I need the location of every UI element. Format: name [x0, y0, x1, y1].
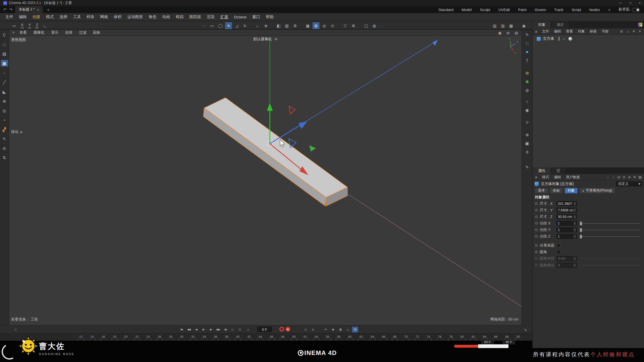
prev-frame-button[interactable]: ◀ [193, 327, 199, 333]
lock-axis-button[interactable]: ⊘ [1, 145, 8, 151]
attribute-menu-item[interactable]: 编辑 [552, 175, 564, 180]
autokey-button[interactable]: A [286, 327, 291, 332]
viewport-menu-item[interactable]: 查看 [16, 30, 30, 35]
quantize-button[interactable]: ◎ [321, 22, 328, 29]
value-field[interactable]: 30.93 cm▴▾ [556, 214, 577, 219]
menu-item[interactable]: 运动图形 [125, 14, 146, 20]
material-ball-button[interactable]: ◉ [520, 22, 528, 29]
attribute-manager-tab[interactable]: 层 [551, 167, 566, 174]
preset-dropdown[interactable]: 自定义 ▾ [616, 182, 642, 187]
menu-item[interactable]: 模拟 [173, 14, 186, 20]
home-icon[interactable]: ⌂ [625, 29, 630, 34]
object-manager-tab[interactable]: 对象 [533, 21, 551, 28]
move-tool-button[interactable]: ✛ [225, 22, 232, 29]
spline-circle-button[interactable]: ○ [524, 98, 531, 105]
menu-item[interactable]: 跟踪器 [186, 14, 204, 20]
viewport-canvas[interactable]: Y Z X 透视视图 默认摄像机 ⇄ 移动 ✛ 查看变换： 工程 网格间距 : … [9, 36, 522, 325]
record-parameters-button[interactable]: ◎ [310, 327, 316, 333]
viewport-solo-button[interactable]: ◎ [1, 107, 8, 114]
layout-tab[interactable]: Paint [518, 8, 527, 12]
snap-frame-button[interactable]: ⊞ [352, 327, 358, 333]
attribute-menu-item[interactable]: 模式 [540, 175, 551, 180]
axis-lock-button[interactable]: ∟ [254, 22, 261, 29]
object-manager-menu-item[interactable]: 书签 [599, 29, 611, 34]
texture-mode-button[interactable]: ▧ [1, 51, 8, 57]
modeling-axis-button[interactable]: ⊙ [329, 22, 336, 29]
workplane-lock-button[interactable]: ∟ [42, 22, 49, 29]
layout-tab[interactable]: Track [554, 8, 563, 12]
slider[interactable] [580, 236, 641, 237]
timeline-window-button[interactable]: ▦ [337, 327, 343, 333]
slider[interactable] [580, 265, 641, 266]
keyframe-dot-icon[interactable] [535, 229, 538, 231]
texture-paint-button[interactable]: ▞ [1, 126, 8, 132]
play-button[interactable]: ▶ [200, 327, 207, 333]
viewport-menu-item[interactable]: 过滤 [76, 30, 90, 35]
object-manager-menu-item[interactable]: 编辑 [552, 29, 564, 34]
search-icon[interactable]: ◎ [617, 175, 621, 180]
object-manager-tab[interactable]: 场次 [551, 21, 570, 28]
object-manager-menu-item[interactable]: 对象 [575, 29, 587, 34]
keyframe-dot-icon[interactable] [535, 209, 538, 211]
point-mode-button[interactable]: ∴ [1, 69, 8, 76]
keyframe-dot-icon[interactable] [535, 251, 538, 253]
coordinate-system-button[interactable]: ⊕ [262, 22, 269, 29]
go-start-button[interactable]: |◀ [178, 327, 184, 333]
snap-enable-button[interactable]: ▪ [1, 117, 8, 123]
attribute-menu-item[interactable]: 用户数据 [564, 175, 582, 180]
object-manager-menu-icon[interactable]: ≡ [533, 29, 540, 33]
menu-item[interactable]: 网格 [97, 14, 111, 20]
object-list[interactable]: 立方体 ✓ [533, 35, 644, 167]
redo-icon[interactable]: ↷ [9, 7, 13, 12]
document-tab[interactable]: 未标题 1 * × [15, 6, 43, 13]
generator-button[interactable]: ⚙ [524, 70, 531, 76]
spline-pen-button[interactable]: □ [524, 40, 531, 46]
object-manager-menu-item[interactable]: 查看 [564, 29, 575, 34]
timeline-expand-button[interactable]: ↘ [522, 327, 528, 333]
cube-object-button[interactable]: ■ [524, 49, 531, 55]
menu-item[interactable]: Octane [231, 15, 249, 19]
render-picture-viewer-button[interactable]: ▨ [284, 22, 291, 29]
model-mode-button[interactable]: □ [1, 41, 8, 48]
record-position-button[interactable]: ◷ [302, 327, 308, 333]
value-field[interactable]: 1▴▾ [556, 221, 577, 226]
slider-handle[interactable] [580, 228, 582, 232]
grid-toggle-icon[interactable]: ⊞ [505, 30, 511, 35]
magnet-button[interactable]: ∪ [524, 119, 531, 125]
camera-object-button[interactable]: ▣ [524, 140, 531, 147]
end-frame-field[interactable]: 90 F [503, 339, 515, 344]
keyframe-dot-icon[interactable] [535, 235, 538, 238]
keyframe-mode-button[interactable]: ▭ [229, 327, 235, 333]
rect-selection-button[interactable]: ▭ [209, 22, 216, 29]
viewport-menu-item[interactable]: 选项 [62, 30, 76, 35]
frame-ruler[interactable]: 1214161820222426283032343638404244464850… [0, 333, 532, 341]
menu-item[interactable]: 样条 [84, 14, 97, 20]
panel-split-icon[interactable]: ▤ [513, 30, 519, 35]
spinner-icon[interactable]: ▴▾ [573, 221, 576, 225]
value-field[interactable]: 3 cm▴▾ [556, 256, 577, 261]
refresh-icon[interactable]: ↻ [632, 175, 637, 180]
viewport-layout-2-button[interactable]: ▥ [499, 22, 506, 29]
current-frame-field[interactable]: 0 F [257, 327, 272, 332]
render-view-button[interactable]: ◧ [275, 22, 282, 29]
paint-brush-button[interactable]: ✎ [524, 164, 531, 170]
spinner-icon[interactable]: ▴▾ [573, 256, 576, 260]
filter-icon[interactable]: ▾ [631, 29, 636, 34]
modifier-gear-button[interactable]: ⚙ [524, 87, 531, 94]
axis-center-button[interactable]: ✛ [524, 149, 531, 155]
axis-x-toggle[interactable]: X [19, 22, 25, 29]
minimize-button[interactable]: — [619, 1, 622, 5]
layout-tab[interactable]: Model [462, 8, 472, 12]
expand-icon[interactable]: ▤ [638, 175, 642, 180]
section-tab[interactable]: 坐标 [550, 188, 563, 193]
asset-browser-button[interactable]: ◍ [371, 22, 378, 29]
motion-system-button[interactable]: ≡ [345, 327, 351, 333]
visibility-dots-icon[interactable] [558, 37, 560, 41]
rotate-tool-button[interactable]: ↻ [242, 22, 249, 29]
keyframe-dot-icon[interactable] [535, 257, 538, 260]
menu-item[interactable]: 窗口 [249, 14, 263, 20]
keyframe-dot-icon[interactable] [535, 244, 538, 247]
menu-item[interactable]: 文件 [3, 14, 16, 20]
viewport-filter-button[interactable]: ▽ [342, 22, 349, 29]
close-button[interactable]: × [639, 1, 641, 5]
